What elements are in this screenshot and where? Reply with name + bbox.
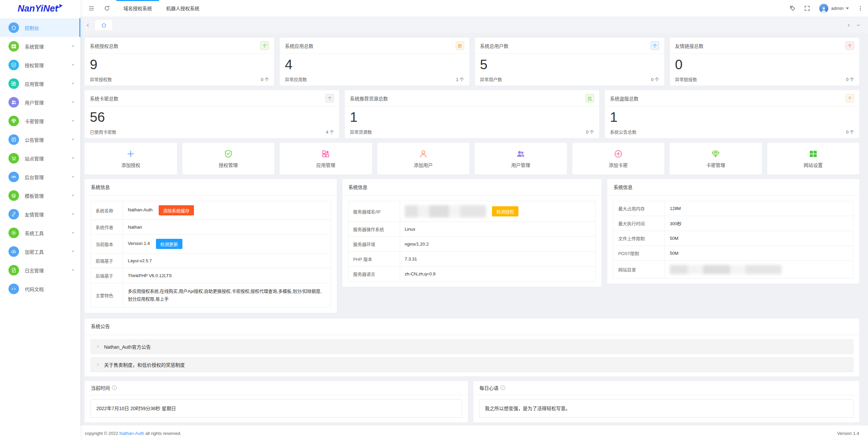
topbar-right: admin [781, 4, 868, 13]
daily-quote-value: 我之所以想变强，是为了活得轻松写意。 [479, 399, 853, 418]
sidebar-item-2[interactable]: 授权管理 [0, 56, 80, 74]
stat-footer-label: 异常授权数 [90, 76, 112, 82]
chevron-down-icon [72, 213, 74, 215]
footer: copyright © 2022 Nathan-Auth all rights … [80, 425, 868, 441]
sidebar-item-13[interactable]: 日志管理 [0, 261, 80, 280]
chevron-down-icon [72, 195, 74, 196]
info-table: 服务器域名/IP 检测授权 服务器操作系统 Linux 服务器环境 nginx/… [348, 201, 596, 282]
home-tab[interactable] [95, 19, 113, 31]
stat-value: 5 [480, 57, 659, 72]
sidebar-item-label: 公告管理 [25, 136, 72, 143]
current-time-header: 当前时间 i [85, 381, 468, 395]
info-icon: i [500, 385, 505, 390]
sidebar-item-10[interactable]: 友情管理 [0, 205, 80, 224]
dashboard-content: 系统授权总数 个 9 异常授权数 0 个 系统应用总数 款 4 异常应用数 1 … [80, 33, 868, 425]
quick-action-user-manage[interactable]: 用户管理 [475, 143, 567, 174]
stat-footer-label: 异常应用数 [285, 76, 307, 82]
info-value: nginx/1.20.2 [400, 237, 596, 252]
info-value: 检测授权 [400, 201, 596, 222]
more-vertical-icon[interactable] [857, 5, 864, 12]
app-grid-icon [321, 149, 330, 158]
info-row: POST限制 50M [613, 246, 853, 261]
sidebar-item-5[interactable]: 卡密管理 [0, 112, 80, 130]
info-value: 50M [665, 231, 853, 246]
chevron-right-icon[interactable] [844, 23, 853, 28]
info-label: POST限制 [613, 246, 665, 261]
daily-quote-header: 每日心语 i [473, 381, 859, 395]
quick-action-label: 网站设置 [804, 161, 823, 168]
info-panel-title: 系统信息 [607, 179, 859, 196]
fullscreen-icon[interactable] [804, 5, 810, 12]
chevron-down-icon [72, 176, 74, 178]
sidebar-item-9[interactable]: 模板管理 [0, 186, 80, 205]
quick-action-site-settings[interactable]: 网站设置 [767, 143, 860, 174]
brand-link[interactable]: Nathan-Auth [119, 431, 144, 436]
app-tab-1[interactable]: 机器人授权系统 [159, 0, 206, 17]
quick-action-add-user[interactable]: 添加用户 [377, 143, 470, 174]
quick-action-auth-manage[interactable]: 授权管理 [182, 143, 275, 174]
info-value: 多应用授权系统,在线购买,用户Api授权,自助更换授权,卡密授权,授权代理查询,… [123, 283, 331, 308]
chevron-down-icon [72, 83, 74, 84]
bottom-row: 当前时间 i 2022年7月10日 20时59分38秒 星期日 每日心语 i 我… [85, 381, 859, 422]
stat-badge: 个 [846, 41, 854, 50]
chevron-down-icon [72, 269, 74, 271]
check-auth-button[interactable]: 检测授权 [492, 206, 518, 216]
announcement-item[interactable]: 关于售卖制度，和低价授权的奖惩制度 [91, 357, 853, 372]
stat-badge: 个 [260, 41, 269, 50]
announcement-item[interactable]: Nathan_Auth官方公告 [91, 339, 853, 354]
sidebar-item-label: 卡密管理 [25, 118, 72, 124]
sidebar-item-label: 系统管理 [25, 43, 72, 50]
app-tab-0[interactable]: 域名授权系统 [116, 0, 159, 17]
chevron-down-icon [72, 251, 74, 252]
sidebar-item-label: 加密工具 [25, 248, 72, 255]
stat-card: 系统应用总数 款 4 异常应用数 1 个 [280, 38, 469, 85]
quick-action-app-manage[interactable]: 应用管理 [280, 143, 372, 174]
tag-icon[interactable] [789, 5, 796, 12]
sidebar-item-11[interactable]: 系统工具 [0, 224, 80, 242]
sidebar-item-7[interactable]: 站点管理 [0, 149, 80, 168]
stat-value: 56 [90, 110, 334, 125]
stat-footer-value: 0 个 [651, 76, 659, 82]
stat-title: 系统卡密总数 [90, 95, 118, 102]
quick-action-add-card[interactable]: 添加卡密 [572, 143, 665, 174]
link-icon [8, 209, 19, 219]
info-label: 文件上传限制 [613, 231, 665, 246]
sidebar-item-12[interactable]: 加密工具 [0, 242, 80, 261]
quick-action-add-auth[interactable]: 添加授权 [85, 143, 177, 174]
sidebar-item-0[interactable]: 控制台 [0, 18, 80, 37]
avatar[interactable] [819, 4, 828, 13]
quick-action-card-manage[interactable]: 卡密管理 [670, 143, 762, 174]
collapse-menu-icon[interactable] [88, 5, 95, 12]
windows-icon [8, 41, 19, 52]
main-column: 域名授权系统 机器人授权系统 admin 系统授权总数 个 [80, 0, 868, 441]
info-row: 网站目录 [613, 261, 853, 279]
brand-logo[interactable]: NanYiNet [0, 0, 80, 17]
sidebar-item-14[interactable]: 代码文档 [0, 280, 80, 298]
sidebar-item-label: 后台管理 [25, 174, 72, 180]
username-label[interactable]: admin [831, 6, 844, 11]
sidebar-item-label: 控制台 [25, 24, 74, 31]
shield-check-icon [8, 60, 19, 70]
sidebar-item-4[interactable]: 用户管理 [0, 93, 80, 112]
sidebar-item-8[interactable]: 后台管理 [0, 168, 80, 186]
info-panels: 系统信息 系统名称 Nathan-Auth 清除系统缓存 系统作者 Nathan [85, 179, 859, 313]
users-icon [8, 97, 19, 108]
refresh-icon[interactable] [104, 5, 110, 12]
info-label: 服务器操作系统 [348, 222, 400, 237]
stat-badge: 位 [586, 94, 594, 102]
stat-footer-label: 系统公告总数 [610, 129, 636, 135]
chevron-down-icon [72, 101, 74, 103]
user-dropdown-caret-icon[interactable] [846, 7, 849, 9]
info-panel-title: 系统信息 [85, 179, 337, 196]
current-time-panel: 当前时间 i 2022年7月10日 20时59分38秒 星期日 [85, 381, 468, 422]
chevron-down-icon[interactable] [853, 23, 863, 28]
sidebar-item-1[interactable]: 系统管理 [0, 37, 80, 56]
sidebar-item-6[interactable]: 公告管理 [0, 130, 80, 149]
chevron-left-icon[interactable] [83, 23, 93, 28]
check-update-button[interactable]: 检测更新 [156, 239, 182, 249]
clear-cache-button[interactable]: 清除系统缓存 [159, 205, 194, 215]
person-icon [419, 149, 428, 158]
chevron-down-icon [72, 157, 74, 159]
info-row: 服务器操作系统 Linux [348, 222, 596, 237]
sidebar-item-3[interactable]: 应用管理 [0, 74, 80, 93]
